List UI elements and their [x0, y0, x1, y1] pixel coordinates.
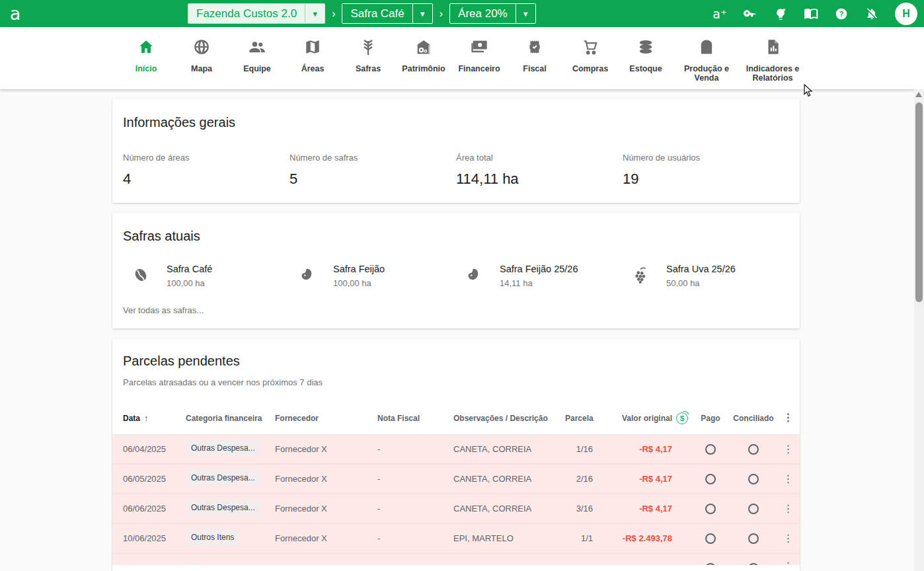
key-icon[interactable] — [743, 7, 757, 21]
pago-radio[interactable] — [705, 444, 716, 455]
cell-date: 06/05/2025 — [112, 474, 175, 484]
installments-table: Data ↑ Categoria financeira Fornecedor N… — [112, 402, 800, 565]
vertical-scrollbar[interactable] — [914, 89, 924, 571]
nav-item-financeiro[interactable]: Financeiro — [451, 36, 507, 73]
svg-text:?: ? — [839, 10, 844, 18]
conciliado-radio[interactable] — [748, 563, 759, 565]
cell-supplier: Fornecedor X — [264, 533, 367, 543]
cell-description: CANETA, CORREIA — [443, 474, 565, 484]
cell-installment: 2/16 — [565, 474, 605, 484]
see-all-safras-link[interactable]: Ver todas as safras... — [123, 305, 204, 315]
card-subtitle: Parcelas atrasadas ou a vencer nos próxi… — [112, 377, 800, 387]
aegro-logo[interactable]: a — [0, 1, 30, 26]
nav-item-fiscal[interactable]: Fiscal — [507, 36, 562, 73]
nav-item-producao-venda[interactable]: Produção e Venda — [674, 36, 740, 83]
chevron-down-icon[interactable]: ▼ — [305, 4, 325, 23]
cell-date: 06/06/2025 — [112, 504, 175, 514]
help-icon[interactable]: ? — [834, 7, 849, 21]
stack-icon — [618, 36, 674, 58]
cell-value: -R$ 4,17 — [605, 444, 691, 454]
row-menu-icon[interactable]: ⋮ — [777, 563, 800, 565]
row-menu-icon[interactable]: ⋮ — [777, 446, 800, 453]
table-row[interactable]: 10/06/2025 Outros Itens Fornecedor X - E… — [112, 524, 800, 554]
area-selector[interactable]: Área 20% ▼ — [449, 3, 536, 24]
pago-radio[interactable] — [705, 563, 716, 565]
nav-item-estoque[interactable]: Estoque — [618, 36, 674, 73]
chevron-down-icon[interactable]: ▼ — [516, 4, 535, 23]
sort-asc-icon: ↑ — [144, 414, 148, 423]
column-header-observacoes[interactable]: Observações / Descrição — [443, 414, 565, 423]
cell-invoice: - — [367, 444, 443, 454]
table-header-row: Data ↑ Categoria financeira Fornecedor N… — [112, 402, 800, 435]
chevron-down-icon[interactable]: ▼ — [412, 4, 432, 23]
report-icon — [740, 36, 806, 58]
scroll-up-arrow[interactable] — [915, 92, 922, 97]
nav-item-indicadores[interactable]: Indicadores e Relatórios — [740, 36, 806, 83]
column-header-conciliado[interactable]: Conciliado — [730, 414, 777, 423]
stat-usuarios: Número de usuários 19 — [623, 153, 789, 188]
pago-radio[interactable] — [705, 474, 716, 484]
nav-item-areas[interactable]: Áreas — [285, 36, 340, 73]
row-menu-icon[interactable]: ⋮ — [777, 476, 800, 482]
people-icon — [229, 36, 285, 58]
column-header-fornecedor[interactable]: Fornecedor — [264, 414, 367, 423]
nav-item-patrimonio[interactable]: Patrimônio — [396, 36, 451, 73]
card-title: Parcelas pendentes — [112, 354, 800, 369]
column-header-nota-fiscal[interactable]: Nota Fiscal — [367, 414, 443, 423]
cell-value: -R$ 4,17 — [605, 504, 691, 514]
column-header-valor[interactable]: Valor original $ — [605, 412, 691, 424]
cell-invoice: - — [367, 474, 443, 484]
nav-item-equipe[interactable]: Equipe — [229, 36, 285, 73]
grape-icon — [632, 266, 650, 285]
row-menu-icon[interactable]: ⋮ — [777, 506, 800, 512]
table-row[interactable]: ⋮ — [112, 554, 800, 565]
cell-invoice: - — [367, 533, 443, 543]
scrollbar-thumb[interactable] — [915, 102, 923, 302]
stats-row: Número de áreas 4 Número de safras 5 Áre… — [123, 153, 789, 188]
conciliado-radio[interactable] — [748, 504, 759, 514]
cell-description: EPI, MARTELO — [443, 533, 565, 543]
cell-installment: 1/1 — [565, 533, 605, 543]
safra-item[interactable]: Safra Feijão 100,00 ha — [289, 264, 456, 288]
barn-tractor-icon — [396, 36, 451, 58]
module-nav: Início Mapa Equipe Áreas Safras Patrimôn… — [0, 27, 924, 89]
farm-selector-label: Fazenda Custos 2.0 — [188, 4, 305, 23]
farm-selector[interactable]: Fazenda Custos 2.0 ▼ — [188, 3, 325, 24]
avatar[interactable]: H — [895, 3, 917, 25]
cell-description: CANETA, CORREIA — [443, 444, 565, 454]
category-chip: Outras Despesa... — [186, 470, 260, 486]
notifications-off-icon[interactable] — [865, 7, 879, 21]
table-row[interactable]: 06/04/2025 Outras Despesa... Fornecedor … — [112, 435, 800, 465]
table-row[interactable]: 06/05/2025 Outras Despesa... Fornecedor … — [112, 465, 800, 494]
lightbulb-new-icon[interactable] — [773, 7, 788, 21]
safra-item[interactable]: Safra Café 100,00 ha — [123, 264, 289, 288]
book-icon[interactable] — [804, 7, 818, 21]
pago-radio[interactable] — [705, 504, 716, 514]
column-header-pago[interactable]: Pago — [691, 414, 730, 423]
row-menu-icon[interactable]: ⋮ — [777, 535, 800, 542]
column-header-parcela[interactable]: Parcela — [565, 414, 605, 423]
aegro-plus-icon[interactable]: a⁺ — [712, 7, 727, 21]
cell-value: -R$ 4,17 — [605, 474, 691, 484]
safra-selector[interactable]: Safra Café ▼ — [342, 3, 432, 24]
nav-item-safras[interactable]: Safras — [340, 36, 396, 73]
safra-item[interactable]: Safra Uva 25/26 50,00 ha — [623, 264, 789, 288]
column-header-categoria[interactable]: Categoria financeira — [175, 414, 264, 423]
cell-date: 06/04/2025 — [112, 444, 175, 454]
safra-item[interactable]: Safra Feijão 25/26 14,11 ha — [456, 264, 623, 288]
table-row[interactable]: 06/06/2025 Outras Despesa... Fornecedor … — [112, 494, 800, 524]
table-menu-icon[interactable]: ⋮ — [783, 412, 794, 423]
nav-item-mapa[interactable]: Mapa — [174, 36, 229, 73]
silo-icon — [674, 36, 740, 58]
current-safras-card: Safras atuais Safra Café 100,00 ha Safra… — [112, 213, 800, 328]
conciliado-radio[interactable] — [748, 474, 759, 484]
coffee-bean-icon — [132, 266, 151, 285]
nav-item-compras[interactable]: Compras — [562, 36, 618, 73]
pago-radio[interactable] — [705, 533, 716, 544]
column-header-data[interactable]: Data ↑ — [112, 414, 175, 423]
conciliado-radio[interactable] — [748, 444, 759, 455]
stat-areas: Número de áreas 4 — [123, 153, 289, 188]
nav-item-inicio[interactable]: Início — [118, 36, 174, 73]
conciliado-radio[interactable] — [748, 533, 759, 544]
cell-date: 10/06/2025 — [112, 533, 175, 543]
